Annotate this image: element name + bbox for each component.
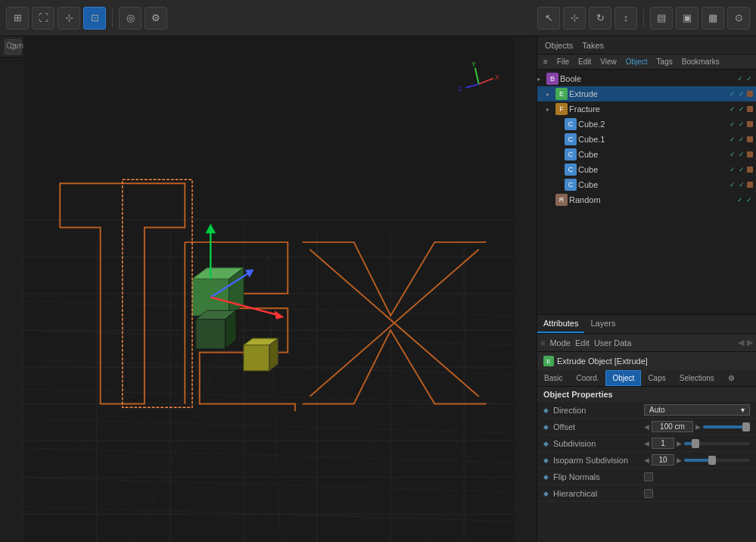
diamond-hierarchical: ◆ — [543, 490, 549, 497]
viewport-area[interactable]: ⬡ □ ⊞ T ✦ ⊕ ◎ ⊙ 🌐 ⊙ ✱ ⬡ □ Camera 📷 — [0, 36, 537, 542]
subdiv-input[interactable]: 1 — [652, 438, 674, 449]
object-row-boole[interactable]: ▸ B Boole ✓ ✓ — [537, 71, 756, 86]
check2-cube1: ✓ — [738, 136, 745, 143]
file-menu[interactable]: File — [554, 58, 572, 66]
edit-menu[interactable]: Edit — [575, 58, 594, 66]
isoparm-slider[interactable] — [684, 459, 750, 462]
checks-boole: ✓ ✓ — [736, 75, 753, 83]
objects-list[interactable]: ▸ B Boole ✓ ✓ ▸ E Extrude ✓ ✓ — [537, 70, 756, 314]
check1-cube5: ✓ — [729, 181, 736, 188]
check2-cube5: ✓ — [738, 181, 745, 188]
subdiv-slider-handle[interactable] — [692, 439, 699, 448]
object-row-cube2[interactable]: C Cube.2 ✓ ✓ — [537, 117, 756, 132]
isoparm-slider-handle[interactable] — [708, 456, 716, 465]
caps-tab[interactable]: Caps — [641, 370, 672, 386]
tool-button-2[interactable]: ⛶ — [32, 7, 54, 30]
checks-extrude: ✓ ✓ — [729, 90, 753, 98]
objects-tab[interactable]: Objects — [540, 39, 577, 51]
object-row-cube1[interactable]: C Cube.1 ✓ ✓ — [537, 132, 756, 147]
object-tab[interactable]: Object — [605, 370, 641, 386]
attrs-toolbar: ≡ Mode Edit User Data ◀ ▶ — [537, 334, 756, 352]
right-panel-topnav: Objects Takes — [537, 36, 756, 55]
settings-tab[interactable]: ⚙ — [721, 370, 742, 386]
checks-cube1: ✓ ✓ — [729, 136, 753, 143]
cam4-button[interactable]: ⊙ — [727, 7, 750, 30]
view-menu[interactable]: View — [597, 58, 620, 66]
isoparm-dec[interactable]: ◀ — [644, 456, 649, 464]
cam1-button[interactable]: ▤ — [650, 7, 673, 30]
object-menu[interactable]: Object — [623, 58, 651, 66]
circle-tool-button[interactable]: ◎ — [119, 7, 142, 30]
attrs-tabs: Attributes Layers — [537, 315, 756, 334]
check2-boole: ✓ — [745, 75, 753, 83]
grid-button[interactable]: ⊹ — [58, 7, 80, 30]
selections-tab[interactable]: Selections — [673, 370, 721, 386]
userdata-btn[interactable]: User Data — [594, 338, 632, 347]
top-toolbar: ⊞ ⛶ ⊹ ⊡ ◎ ⚙ ↖ ⊹ ↻ ↕ ▤ ▣ ▦ ⊙ — [0, 0, 756, 36]
direction-dropdown[interactable]: Auto ▾ — [644, 404, 750, 416]
snap-button[interactable]: ⊡ — [83, 7, 106, 30]
check1-fracture: ✓ — [729, 105, 736, 113]
move-up-btn[interactable]: ↖ — [537, 7, 560, 30]
object-row-fracture[interactable]: ▸ F Fracture ✓ ✓ — [537, 101, 756, 117]
value-isoparm[interactable]: ◀ 10 ▶ — [644, 454, 750, 466]
offset-input[interactable]: 100 cm — [652, 421, 693, 432]
coord-tab[interactable]: Coord. — [569, 370, 605, 386]
tags-menu[interactable]: Tags — [654, 58, 676, 66]
subdiv-dec[interactable]: ◀ — [644, 440, 649, 447]
rotate-btn[interactable]: ↻ — [589, 7, 611, 30]
takes-tab[interactable]: Takes — [577, 39, 608, 51]
name-fracture: Fracture — [569, 104, 729, 114]
object-row-cube3[interactable]: C Cube ✓ ✓ — [537, 147, 756, 162]
flipnormals-checkbox[interactable] — [644, 472, 653, 481]
label-flipnormals: Flip Normals — [553, 472, 644, 481]
offset-dec[interactable]: ◀ — [644, 423, 649, 431]
value-offset[interactable]: ◀ 100 cm ▶ — [644, 421, 750, 432]
value-subdivision[interactable]: ◀ 1 ▶ — [644, 438, 750, 449]
check2-cube4: ✓ — [738, 166, 745, 173]
checks-fracture: ✓ ✓ — [729, 105, 753, 113]
object-row-cube5[interactable]: C Cube ✓ ✓ — [537, 177, 756, 192]
subdiv-slider[interactable] — [684, 442, 750, 445]
isoparm-inc[interactable]: ▶ — [677, 456, 682, 464]
object-row-random[interactable]: R Random ✓ ✓ — [537, 192, 756, 207]
offset-slider[interactable] — [703, 425, 750, 428]
move-reset-btn[interactable]: ⊹ — [563, 7, 586, 30]
viewport-canvas[interactable]: ⬡ □ Camera 📷 — [0, 36, 537, 542]
value-hierarchical[interactable] — [644, 489, 750, 498]
edit-attrs-btn[interactable]: Edit — [575, 338, 590, 347]
live-select-button[interactable]: ⊞ — [6, 7, 29, 30]
arrow-boole: ▸ — [537, 76, 546, 83]
offset-slider-handle[interactable] — [742, 422, 750, 431]
bookmarks-menu[interactable]: Bookmarks — [679, 58, 723, 66]
basic-tab[interactable]: Basic — [537, 370, 569, 386]
scale-btn[interactable]: ↕ — [614, 7, 637, 30]
back-arrow[interactable]: ◀ — [738, 338, 744, 347]
cam2-button[interactable]: ▣ — [676, 7, 698, 30]
checks-cube5: ✓ ✓ — [729, 181, 753, 188]
prop-row-flipnormals: ◆ Flip Normals — [537, 469, 756, 485]
gear-button[interactable]: ⚙ — [145, 7, 167, 30]
object-row-cube4[interactable]: C Cube ✓ ✓ — [537, 162, 756, 177]
cam3-button[interactable]: ▦ — [702, 7, 724, 30]
hamburger-menu[interactable]: ≡ — [540, 58, 551, 66]
value-flipnormals[interactable] — [644, 472, 750, 481]
name-random: Random — [569, 195, 736, 204]
attrs-panel: Attributes Layers ≡ Mode Edit User Data … — [537, 315, 756, 542]
object-row-extrude[interactable]: ▸ E Extrude ✓ ✓ — [537, 86, 756, 101]
prop-section-title: Object Properties — [537, 387, 756, 402]
dot-cube5 — [747, 182, 753, 188]
attributes-tab[interactable]: Attributes — [537, 315, 584, 333]
offset-inc[interactable]: ▶ — [695, 423, 701, 431]
hamburger-attrs[interactable]: ≡ — [540, 338, 545, 347]
forward-arrow[interactable]: ▶ — [747, 338, 753, 347]
hierarchical-checkbox[interactable] — [644, 489, 653, 498]
objects-panel: ▸ B Boole ✓ ✓ ▸ E Extrude ✓ ✓ — [537, 70, 756, 315]
isoparm-input[interactable]: 10 — [652, 454, 674, 466]
layers-tab[interactable]: Layers — [584, 315, 621, 333]
icon-extrude: E — [555, 88, 568, 100]
dot-cube3 — [747, 151, 753, 157]
subdiv-inc[interactable]: ▶ — [677, 440, 682, 447]
mode-btn[interactable]: Mode — [549, 338, 571, 347]
check1-cube2: ✓ — [729, 120, 736, 128]
